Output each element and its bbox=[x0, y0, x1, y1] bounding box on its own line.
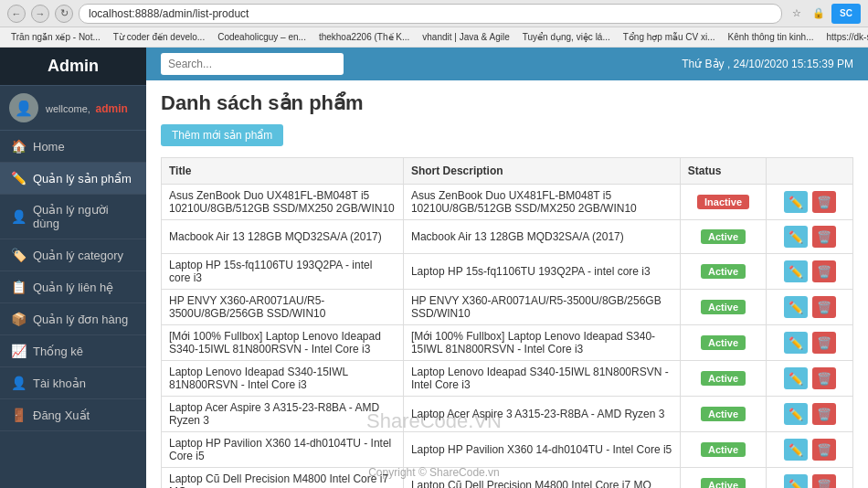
search-input[interactable] bbox=[161, 53, 344, 75]
edit-button-1[interactable]: ✏️ bbox=[784, 226, 808, 248]
product-title-3: HP ENVY X360-AR0071AU/R5-3500U/8GB/256GB… bbox=[162, 290, 404, 325]
tag-icon: 🏷️ bbox=[11, 248, 26, 262]
security-icon[interactable]: 🔒 bbox=[810, 5, 828, 23]
product-desc-0: Asus ZenBook Duo UX481FL-BM048T i5 10210… bbox=[403, 185, 680, 220]
delete-button-2[interactable]: 🗑️ bbox=[812, 260, 836, 282]
edit-button-5[interactable]: ✏️ bbox=[784, 367, 808, 389]
product-table: Title Short Description Status Asus ZenB… bbox=[161, 157, 853, 488]
bookmark-5[interactable]: vhandit | Java & Agile bbox=[418, 31, 513, 43]
table-row: Laptop Lenovo Ideapad S340-15IWL 81N800R… bbox=[162, 361, 853, 397]
status-badge-0: Inactive bbox=[697, 195, 749, 209]
edit-button-3[interactable]: ✏️ bbox=[784, 296, 808, 318]
bookmarks-bar: Trăn ngắn xếp - Not... Từ coder đến deve… bbox=[0, 27, 868, 48]
username: admin bbox=[96, 102, 128, 115]
product-status-0: Inactive bbox=[680, 185, 767, 220]
sidebar-item-home[interactable]: 🏠 Home bbox=[0, 131, 146, 163]
home-icon: 🏠 bbox=[11, 139, 26, 154]
bookmark-4[interactable]: thekhoa2206 (Thế K... bbox=[315, 31, 413, 43]
sidebar-item-users-label: Quản lý người dùng bbox=[33, 203, 135, 230]
delete-button-5[interactable]: 🗑️ bbox=[812, 367, 836, 389]
edit-icon: ✏️ bbox=[11, 171, 26, 186]
refresh-button[interactable]: ↻ bbox=[55, 5, 73, 23]
edit-button-2[interactable]: ✏️ bbox=[784, 260, 808, 282]
product-title-7: Laptop HP Pavilion X360 14-dh0104TU - In… bbox=[162, 432, 404, 468]
bookmark-7[interactable]: Tổng hợp mẫu CV xi... bbox=[619, 31, 719, 43]
product-status-7: Active bbox=[680, 432, 767, 468]
main-layout: Admin 👤 wellcome, admin 🏠 Home ✏️ Quản l… bbox=[0, 48, 868, 488]
delete-button-3[interactable]: 🗑️ bbox=[812, 296, 836, 318]
status-badge-4: Active bbox=[701, 335, 746, 350]
edit-button-8[interactable]: ✏️ bbox=[784, 474, 808, 488]
back-button[interactable]: ← bbox=[7, 5, 26, 23]
product-actions-7: ✏️ 🗑️ bbox=[767, 432, 853, 468]
status-badge-7: Active bbox=[701, 442, 746, 457]
bookmark-icon[interactable]: ☆ bbox=[788, 5, 806, 23]
address-bar[interactable]: localhost:8888/admin/list-product bbox=[79, 4, 782, 24]
delete-button-4[interactable]: 🗑️ bbox=[812, 332, 836, 354]
product-title-6: Laptop Acer Aspire 3 A315-23-R8BA - AMD … bbox=[162, 397, 404, 432]
delete-button-7[interactable]: 🗑️ bbox=[812, 439, 836, 461]
bookmark-8[interactable]: Kênh thông tin kinh... bbox=[725, 31, 818, 43]
product-desc-2: Laptop HP 15s-fq1106TU 193Q2PA - intel c… bbox=[403, 254, 680, 290]
logout-icon: 🚪 bbox=[11, 408, 26, 422]
edit-button-6[interactable]: ✏️ bbox=[784, 403, 808, 425]
bookmark-3[interactable]: Codeaholicguy – en... bbox=[214, 31, 310, 43]
product-title-4: [Mới 100% Fullbox] Laptop Lenovo Ideapad… bbox=[162, 325, 404, 361]
sidebar-item-contacts[interactable]: 📋 Quản lý liên hệ bbox=[0, 271, 146, 303]
table-row: Laptop HP Pavilion X360 14-dh0104TU - In… bbox=[162, 432, 853, 468]
product-title-1: Macbook Air 13 128GB MQD32SA/A (2017) bbox=[162, 220, 404, 254]
sidebar-item-stats[interactable]: 📈 Thống kê bbox=[0, 335, 146, 367]
product-desc-8: Laptop Cũ Dell Precision M4800 Intel Cor… bbox=[403, 468, 680, 489]
sidebar-item-orders[interactable]: 📦 Quản lý đơn hàng bbox=[0, 303, 146, 335]
status-badge-2: Active bbox=[701, 264, 746, 279]
product-desc-1: Macbook Air 13 128GB MQD32SA/A (2017) bbox=[403, 220, 680, 254]
col-header-title: Title bbox=[162, 158, 404, 185]
contact-icon: 📋 bbox=[11, 280, 26, 294]
sidebar-item-users[interactable]: 👤 Quản lý người dùng bbox=[0, 195, 146, 239]
bookmark-2[interactable]: Từ coder đến develo... bbox=[110, 31, 208, 43]
add-product-button[interactable]: Thêm mới sản phẩm bbox=[161, 124, 283, 146]
sharecode-logo: SC bbox=[831, 4, 861, 24]
product-status-1: Active bbox=[680, 220, 767, 254]
sidebar-item-products[interactable]: ✏️ Quản lý sản phẩm bbox=[0, 163, 146, 195]
sidebar-item-logout[interactable]: 🚪 Đăng Xuất bbox=[0, 399, 146, 431]
product-title-2: Laptop HP 15s-fq1106TU 193Q2PA - intel c… bbox=[162, 254, 404, 290]
col-header-desc: Short Description bbox=[403, 158, 680, 185]
delete-button-6[interactable]: 🗑️ bbox=[812, 403, 836, 425]
sidebar-item-category[interactable]: 🏷️ Quản lý category bbox=[0, 239, 146, 271]
product-actions-6: ✏️ 🗑️ bbox=[767, 397, 853, 432]
status-badge-1: Active bbox=[701, 229, 746, 244]
bookmark-6[interactable]: Tuyển dụng, việc lá... bbox=[519, 31, 614, 43]
forward-button[interactable]: → bbox=[31, 5, 49, 23]
product-actions-0: ✏️ 🗑️ bbox=[767, 185, 853, 220]
col-header-status: Status bbox=[680, 158, 767, 185]
table-row: Laptop Acer Aspire 3 A315-23-R8BA - AMD … bbox=[162, 397, 853, 432]
product-title-5: Laptop Lenovo Ideapad S340-15IWL 81N800R… bbox=[162, 361, 404, 397]
product-actions-1: ✏️ 🗑️ bbox=[767, 220, 853, 254]
delete-button-8[interactable]: 🗑️ bbox=[812, 474, 836, 488]
product-actions-8: ✏️ 🗑️ bbox=[767, 468, 853, 489]
sidebar-item-products-label: Quản lý sản phẩm bbox=[33, 172, 132, 186]
page-title: Danh sách sản phẩm bbox=[161, 91, 853, 115]
delete-button-0[interactable]: 🗑️ bbox=[812, 191, 836, 213]
product-status-6: Active bbox=[680, 397, 767, 432]
bookmark-1[interactable]: Trăn ngắn xếp - Not... bbox=[7, 31, 104, 43]
sidebar-item-account-label: Tài khoản bbox=[33, 377, 86, 390]
product-status-2: Active bbox=[680, 254, 767, 290]
edit-button-0[interactable]: ✏️ bbox=[784, 191, 808, 213]
table-row: Asus ZenBook Duo UX481FL-BM048T i5 10210… bbox=[162, 185, 853, 220]
sidebar-item-orders-label: Quản lý đơn hàng bbox=[33, 313, 128, 326]
product-desc-5: Laptop Lenovo Ideapad S340-15IWL 81N800R… bbox=[403, 361, 680, 397]
product-actions-2: ✏️ 🗑️ bbox=[767, 254, 853, 290]
sidebar-item-account[interactable]: 👤 Tài khoản bbox=[0, 367, 146, 399]
bookmark-9[interactable]: https://dk-sie.hust... bbox=[823, 31, 868, 43]
edit-button-4[interactable]: ✏️ bbox=[784, 332, 808, 354]
edit-button-7[interactable]: ✏️ bbox=[784, 439, 808, 461]
product-actions-5: ✏️ 🗑️ bbox=[767, 361, 853, 397]
table-row: [Mới 100% Fullbox] Laptop Lenovo Ideapad… bbox=[162, 325, 853, 361]
stats-icon: 📈 bbox=[11, 344, 26, 358]
account-icon: 👤 bbox=[11, 376, 26, 390]
sidebar-item-logout-label: Đăng Xuất bbox=[33, 408, 90, 422]
content-area: Thứ Bảy , 24/10/2020 15:15:39 PM Danh sá… bbox=[146, 48, 868, 488]
delete-button-1[interactable]: 🗑️ bbox=[812, 226, 836, 248]
